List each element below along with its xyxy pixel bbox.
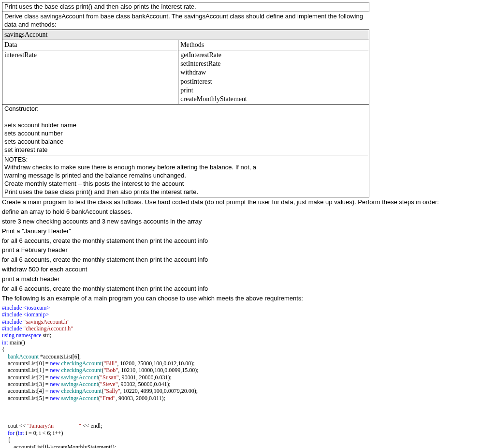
cell-methods: getInterestRatesetInterestRatewithdrawpo…: [178, 50, 369, 105]
row-constructor: Constructor:sets account holder namesets…: [2, 105, 369, 155]
col-header-data: Data: [2, 40, 178, 50]
col-header-methods: Methods: [178, 40, 369, 50]
code-block: #include <iostream> #include <iomanip> #…: [2, 304, 493, 448]
spec-table: Print uses the base class print() and th…: [2, 2, 369, 197]
cell-data: interestRate: [2, 50, 178, 105]
main-intro: Create a main program to test the class …: [2, 198, 495, 207]
row-notes: NOTES: Withdraw checks to make sure ther…: [2, 155, 369, 197]
row-print: Print uses the base class print() and th…: [2, 2, 369, 12]
row-class-name: savingsAccount: [2, 30, 369, 40]
main-steps: define an array to hold 6 bankAccount cl…: [2, 208, 493, 303]
row-derive: Derive class savingsAccount from base cl…: [2, 12, 369, 30]
